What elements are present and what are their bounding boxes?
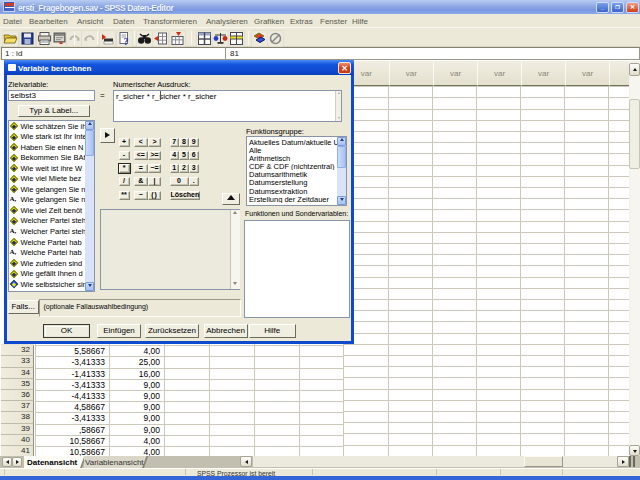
svg-text:?: ?	[124, 36, 129, 47]
